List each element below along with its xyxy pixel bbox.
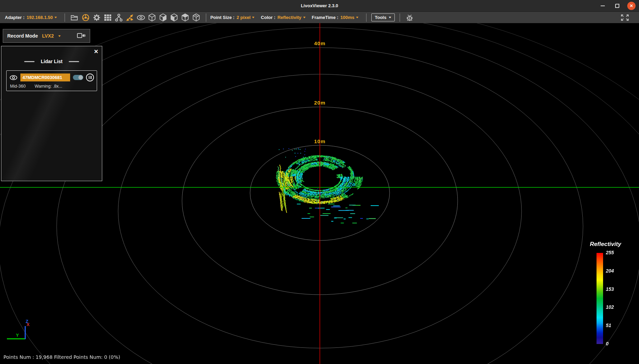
lidar-radar-icon (82, 13, 90, 22)
toolbar-separator (65, 13, 65, 22)
frametime-caret-icon[interactable]: ▼ (355, 16, 359, 19)
colorbar-tick-label: 102 (606, 304, 614, 310)
tools-caret-icon: ▼ (388, 16, 392, 19)
settings-button[interactable] (92, 13, 102, 22)
colorbar-tick-label: 51 (606, 323, 611, 328)
reflectivity-colorbar (597, 253, 603, 344)
colorbar-tick-label: 0 (606, 341, 609, 346)
close-icon: ✕ (94, 49, 98, 55)
header-dash (69, 61, 79, 62)
record-format-value[interactable]: LVX2 (42, 33, 54, 39)
record-camera-icon (77, 32, 86, 39)
fullscreen-expand-icon (620, 14, 629, 21)
device-enable-toggle[interactable] (73, 75, 83, 80)
open-file-button[interactable] (69, 13, 80, 22)
device-model: Mid-360 (10, 84, 26, 89)
view-cube-front-button[interactable] (191, 13, 201, 22)
restore-button[interactable] (613, 1, 622, 10)
frametime-label: FrameTime : (312, 15, 338, 20)
status-bar: Points Num : 19,968 Filtered Points Num:… (3, 354, 120, 360)
tools-button-label: Tools (375, 15, 387, 20)
grid-icon (104, 14, 112, 21)
visibility-eye-icon[interactable] (9, 74, 18, 81)
view-cube-left-button[interactable] (169, 13, 179, 22)
point-size-caret-icon[interactable]: ▼ (251, 16, 255, 19)
cube-left-icon (170, 13, 178, 22)
toolbar: Adapter : 192.168.1.50 ▼ (0, 11, 639, 23)
lidar-device-button[interactable] (80, 13, 91, 22)
axis-arrows-icon (126, 13, 134, 22)
view-cube-iso-button[interactable] (147, 13, 157, 22)
lidar-device-row: 47MDMCR0030681 (9, 73, 94, 81)
lidar-panel-close-button[interactable]: ✕ (94, 48, 98, 55)
tools-button[interactable]: Tools ▼ (371, 13, 395, 21)
data-table-button[interactable] (103, 13, 113, 22)
window-controls: ✕ (598, 0, 636, 11)
device-pause-button[interactable] (86, 73, 94, 81)
pause-icon (89, 76, 90, 79)
record-mode-label: Record Mode (7, 33, 38, 39)
topology-icon (115, 13, 123, 22)
record-format-caret-icon[interactable]: ▼ (57, 35, 61, 38)
gear-icon (93, 13, 101, 22)
axis-reset-button[interactable] (125, 13, 135, 22)
colorbar-tick-label: 204 (606, 268, 614, 274)
device-warning[interactable]: Warning: .8x... (35, 84, 62, 89)
restore-icon (615, 4, 619, 8)
record-mode-panel: Record Mode LVX2 ▼ (3, 29, 90, 43)
lidar-device-card: 47MDMCR0030681 Mid-360 Warning: .8x... (6, 70, 97, 91)
adapter-label: Adapter : (5, 15, 25, 20)
record-button[interactable] (77, 32, 86, 40)
color-mode-value[interactable]: Reflectivity (277, 15, 301, 20)
y-axis-label: Y (16, 333, 19, 338)
topology-button[interactable] (114, 13, 124, 22)
point-size-value[interactable]: 2 pixel (237, 15, 250, 20)
lidar-list-title: Lidar List (41, 59, 63, 64)
header-dash (24, 61, 35, 62)
folder-icon (70, 14, 78, 21)
device-serial-field[interactable]: 47MDMCR0030681 (20, 73, 70, 81)
toolbar-separator (366, 13, 366, 22)
titlebar: LivoxViewer 2.3.0 ✕ (0, 0, 639, 11)
colorbar-title: Reflectivity (583, 241, 628, 248)
colorbar-tick-label: 255 (606, 250, 614, 255)
color-mode-caret-icon[interactable]: ▼ (302, 16, 306, 19)
fullscreen-button[interactable] (620, 13, 630, 22)
window-title: LivoxViewer 2.3.0 (0, 0, 639, 11)
frametime-value[interactable]: 100ms (341, 15, 354, 20)
lidar-device-info: Mid-360 Warning: .8x... (10, 84, 93, 89)
x-axis-label: X (27, 322, 30, 327)
cube-top-icon (181, 13, 189, 22)
cube-front-icon (192, 13, 200, 22)
bug-icon (406, 13, 414, 22)
cube-iso-icon (148, 13, 156, 22)
view-cube-right-button[interactable] (158, 13, 168, 22)
point-size-label: Point Size : (210, 15, 235, 20)
adapter-caret-icon[interactable]: ▼ (54, 16, 57, 19)
toolbar-separator (206, 13, 206, 22)
cube-right-icon (159, 13, 167, 22)
colorbar-tick-label: 153 (606, 286, 614, 292)
toolbar-separator (400, 13, 400, 22)
debug-button[interactable] (404, 13, 415, 22)
toggle-knob (78, 75, 83, 80)
close-button[interactable]: ✕ (627, 2, 636, 10)
eye-icon (136, 14, 145, 21)
minimize-button[interactable] (598, 1, 607, 10)
minimize-icon (601, 6, 605, 6)
axis-triad: Y Z X (3, 317, 41, 351)
lidar-list-header: Lidar List (1, 59, 102, 64)
view-cube-top-button[interactable] (180, 13, 190, 22)
lidar-list-panel: ✕ Lidar List 47MDMCR0030681 Mid-360 Warn… (1, 46, 102, 181)
close-icon: ✕ (630, 3, 633, 8)
color-mode-label: Color : (261, 15, 275, 20)
view-button[interactable] (136, 13, 146, 22)
adapter-value[interactable]: 192.168.1.50 (27, 15, 53, 20)
